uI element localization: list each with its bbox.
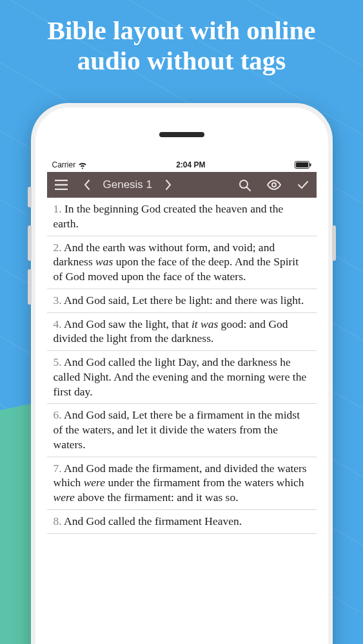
promo-title: Bible layout with online audio without t… <box>0 0 363 85</box>
verse-text: And God called the firmament Heaven. <box>64 515 242 527</box>
phone-volume-down <box>28 269 32 305</box>
checkmark-icon <box>297 180 309 189</box>
verse-text: And God made the firmament, and divided … <box>54 462 307 504</box>
verse-row[interactable]: 4. And God saw the light, that it was go… <box>47 313 317 352</box>
chevron-left-icon <box>83 179 90 191</box>
verse-number: 1. <box>54 202 65 215</box>
verse-row[interactable]: 6. And God said, Let there be a firmamen… <box>47 404 317 457</box>
time-label: 2:04 PM <box>176 160 205 169</box>
mark-button[interactable] <box>289 172 317 198</box>
verse-number: 8. <box>54 515 64 527</box>
phone-volume-up <box>28 225 32 261</box>
verse-row[interactable]: 1. In the beginning God created the heav… <box>47 198 317 236</box>
wifi-icon <box>78 162 87 169</box>
svg-rect-2 <box>296 162 308 167</box>
verse-number: 7. <box>54 462 64 475</box>
search-icon <box>239 179 251 191</box>
verse-text: And God saw the light, that it was good:… <box>54 317 288 345</box>
verse-row[interactable]: 5. And God called the light Day, and the… <box>47 351 317 404</box>
verse-number: 4. <box>54 317 64 330</box>
phone-frame: Carrier 2:04 PM <box>31 103 333 644</box>
svg-point-3 <box>240 180 248 188</box>
verse-text: And God said, Let there be light: and th… <box>64 294 304 307</box>
verse-text: In the beginning God created the heaven … <box>54 202 284 230</box>
verse-row[interactable]: 2. And the earth was without form, and v… <box>47 236 317 289</box>
verses-list[interactable]: 1. In the beginning God created the heav… <box>47 198 317 534</box>
menu-button[interactable] <box>47 172 75 198</box>
promo-title-line2: audio without tags <box>19 46 344 76</box>
svg-point-4 <box>272 183 276 187</box>
verse-text: And God called the light Day, and the da… <box>54 355 307 398</box>
verse-row[interactable]: 8. And God called the firmament Heaven. <box>47 510 317 534</box>
hamburger-icon <box>55 180 68 190</box>
nav-bar: Genesis 1 <box>47 172 317 198</box>
verse-text: And God said, Let there be a firmament i… <box>54 408 300 451</box>
verse-text: And the earth was without form, and void… <box>54 241 299 283</box>
screen: Carrier 2:04 PM <box>47 158 317 644</box>
battery-icon <box>295 161 311 169</box>
verse-number: 2. <box>54 241 64 254</box>
verse-number: 5. <box>54 355 64 368</box>
chapter-title[interactable]: Genesis 1 <box>98 178 158 191</box>
status-bar: Carrier 2:04 PM <box>47 158 317 172</box>
verse-row[interactable]: 3. And God said, Let there be light: and… <box>47 289 317 313</box>
svg-rect-1 <box>309 164 311 167</box>
verse-row[interactable]: 7. And God made the firmament, and divid… <box>47 457 317 510</box>
phone-power-button <box>332 225 336 261</box>
phone-mute-switch <box>28 187 32 207</box>
search-button[interactable] <box>231 172 259 198</box>
view-button[interactable] <box>259 172 289 198</box>
carrier-label: Carrier <box>52 160 76 169</box>
chevron-right-icon <box>165 179 172 191</box>
promo-title-line1: Bible layout with online <box>19 15 344 46</box>
prev-chapter-button[interactable] <box>75 172 98 198</box>
verse-number: 3. <box>54 294 64 307</box>
phone-speaker <box>159 132 204 137</box>
eye-icon <box>266 180 282 190</box>
next-chapter-button[interactable] <box>157 172 180 198</box>
verse-number: 6. <box>54 408 64 421</box>
